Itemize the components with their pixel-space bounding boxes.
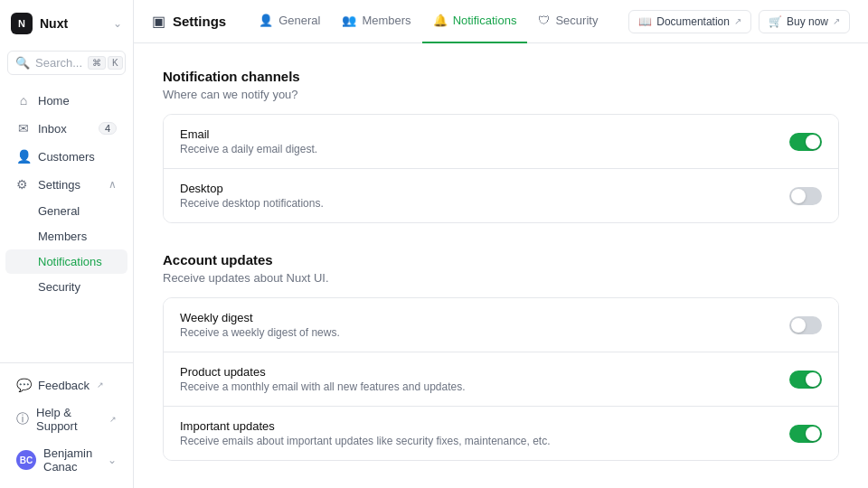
- brand-logo: N: [11, 13, 33, 34]
- sidebar-sub-item-notifications[interactable]: Notifications: [5, 249, 127, 274]
- sidebar-item-customers[interactable]: 👤 Customers: [5, 143, 127, 170]
- desktop-toggle[interactable]: [789, 187, 822, 205]
- brand-chevron-icon: ⌄: [113, 17, 122, 30]
- weekly-digest-label: Weekly digest: [180, 311, 789, 324]
- docs-book-icon: 📖: [638, 15, 652, 28]
- inbox-badge: 4: [99, 122, 117, 135]
- notification-channels-subtitle: Where can we notify you?: [163, 88, 839, 101]
- product-updates-row: Product updates Receive a monthly email …: [164, 352, 838, 406]
- search-label: Search...: [35, 56, 82, 70]
- tab-notifications-label: Notifications: [453, 14, 517, 27]
- docs-button[interactable]: 📖 Documentation ↗: [628, 10, 751, 33]
- help-external-icon: ↗: [109, 415, 117, 424]
- brand-name: Nuxt: [40, 16, 106, 31]
- docs-label: Documentation: [656, 15, 730, 28]
- sidebar-item-settings[interactable]: ⚙ Settings ∧: [5, 171, 127, 198]
- topbar-actions: 📖 Documentation ↗ 🛒 Buy now ↗: [628, 10, 850, 33]
- email-toggle[interactable]: [789, 133, 822, 151]
- buy-cart-icon: 🛒: [769, 15, 782, 28]
- tab-general[interactable]: 👤 General: [248, 0, 331, 43]
- feedback-icon: 💬: [16, 378, 31, 392]
- sidebar-security-label: Security: [38, 280, 80, 294]
- help-icon: ⓘ: [16, 411, 29, 427]
- weekly-digest-desc: Receive a weekly digest of news.: [180, 326, 789, 339]
- topbar: ▣ Settings 👤 General 👥 Members 🔔 Notific…: [134, 0, 868, 43]
- tab-members-icon: 👥: [342, 14, 356, 27]
- tab-members-label: Members: [362, 14, 410, 27]
- tab-members[interactable]: 👥 Members: [331, 0, 421, 43]
- sidebar-inbox-label: Inbox: [38, 122, 67, 136]
- avatar: BC: [16, 450, 36, 470]
- buy-button[interactable]: 🛒 Buy now ↗: [759, 10, 850, 33]
- sidebar-item-feedback[interactable]: 💬 Feedback ↗: [5, 371, 127, 399]
- brand-logo-area[interactable]: N Nuxt ⌄: [0, 0, 133, 47]
- desktop-desc: Receive desktop notifications.: [180, 197, 789, 210]
- sidebar-item-inbox[interactable]: ✉ Inbox 4: [5, 115, 127, 142]
- home-icon: ⌂: [16, 93, 31, 108]
- desktop-label: Desktop: [180, 182, 789, 195]
- sidebar: N Nuxt ⌄ 🔍 Search... ⌘ K ⌂ Home ✉ Inbox …: [0, 0, 134, 488]
- sidebar-item-home[interactable]: ⌂ Home: [5, 87, 127, 114]
- account-updates-card: Weekly digest Receive a weekly digest of…: [163, 297, 839, 461]
- sidebar-notifications-label: Notifications: [38, 255, 102, 268]
- customers-icon: 👤: [16, 149, 31, 164]
- docs-external-icon: ↗: [734, 16, 741, 26]
- weekly-digest-row: Weekly digest Receive a weekly digest of…: [164, 298, 838, 352]
- tab-notifications[interactable]: 🔔 Notifications: [422, 0, 528, 43]
- inbox-icon: ✉: [16, 121, 31, 136]
- product-updates-toggle[interactable]: [789, 371, 822, 389]
- search-icon: 🔍: [15, 56, 30, 70]
- email-toggle-knob: [806, 135, 820, 149]
- tab-security[interactable]: 🛡 Security: [527, 0, 609, 43]
- account-updates-section: Account updates Receive updates about Nu…: [163, 252, 839, 461]
- tab-security-label: Security: [555, 14, 598, 27]
- sidebar-sub-item-general[interactable]: General: [5, 199, 127, 223]
- sidebar-help-label: Help & Support: [36, 406, 102, 433]
- user-name: Benjamin Canac: [43, 446, 100, 474]
- sidebar-bottom: 💬 Feedback ↗ ⓘ Help & Support ↗ BC Benja…: [0, 362, 133, 488]
- user-menu[interactable]: BC Benjamin Canac ⌄: [5, 440, 127, 480]
- sidebar-sub-item-security[interactable]: Security: [5, 275, 127, 299]
- sidebar-feedback-label: Feedback: [38, 379, 90, 392]
- search-kbd-meta: ⌘: [88, 56, 106, 70]
- notification-channels-title: Notification channels: [163, 69, 839, 84]
- settings-chevron-icon: ∧: [108, 178, 117, 191]
- settings-icon: ⚙: [16, 177, 31, 192]
- account-updates-title: Account updates: [163, 252, 839, 267]
- sidebar-customers-label: Customers: [38, 150, 95, 164]
- email-desc: Receive a daily email digest.: [180, 143, 789, 155]
- product-updates-label: Product updates: [180, 365, 789, 379]
- sidebar-members-label: Members: [38, 230, 87, 243]
- main-content: ▣ Settings 👤 General 👥 Members 🔔 Notific…: [134, 0, 868, 488]
- search-button[interactable]: 🔍 Search... ⌘ K: [7, 51, 126, 75]
- search-keyboard-shortcut: ⌘ K: [88, 56, 123, 70]
- product-updates-toggle-knob: [806, 372, 820, 387]
- sidebar-item-help[interactable]: ⓘ Help & Support ↗: [5, 399, 127, 439]
- important-updates-toggle[interactable]: [789, 425, 822, 443]
- important-updates-row: Important updates Receive emails about i…: [164, 406, 838, 460]
- weekly-digest-toggle[interactable]: [789, 316, 822, 334]
- feedback-external-icon: ↗: [97, 380, 104, 389]
- desktop-toggle-knob: [791, 189, 806, 203]
- sidebar-sub-item-members[interactable]: Members: [5, 224, 127, 249]
- buy-label: Buy now: [787, 15, 828, 28]
- user-chevron-icon: ⌄: [108, 454, 117, 466]
- email-label: Email: [180, 127, 789, 141]
- search-kbd-k: K: [108, 56, 123, 70]
- weekly-digest-toggle-knob: [791, 318, 806, 333]
- sidebar-nav: ⌂ Home ✉ Inbox 4 👤 Customers ⚙ Settings …: [0, 82, 133, 362]
- notification-channels-card: Email Receive a daily email digest. Desk…: [163, 114, 839, 223]
- sidebar-home-label: Home: [38, 94, 70, 108]
- important-updates-desc: Receive emails about important updates l…: [180, 435, 789, 447]
- tab-notifications-icon: 🔔: [433, 14, 448, 27]
- tab-general-label: General: [278, 14, 320, 27]
- notification-channels-section: Notification channels Where can we notif…: [163, 69, 839, 223]
- topbar-settings-icon: ▣: [152, 13, 165, 30]
- settings-content: Notification channels Where can we notif…: [134, 43, 868, 488]
- tab-nav: 👤 General 👥 Members 🔔 Notifications 🛡 Se…: [248, 0, 625, 43]
- tab-general-icon: 👤: [259, 14, 273, 27]
- account-updates-subtitle: Receive updates about Nuxt UI.: [163, 271, 839, 285]
- desktop-row: Desktop Receive desktop notifications.: [164, 168, 838, 222]
- page-title: Settings: [173, 14, 226, 29]
- product-updates-desc: Receive a monthly email with all new fea…: [180, 380, 789, 393]
